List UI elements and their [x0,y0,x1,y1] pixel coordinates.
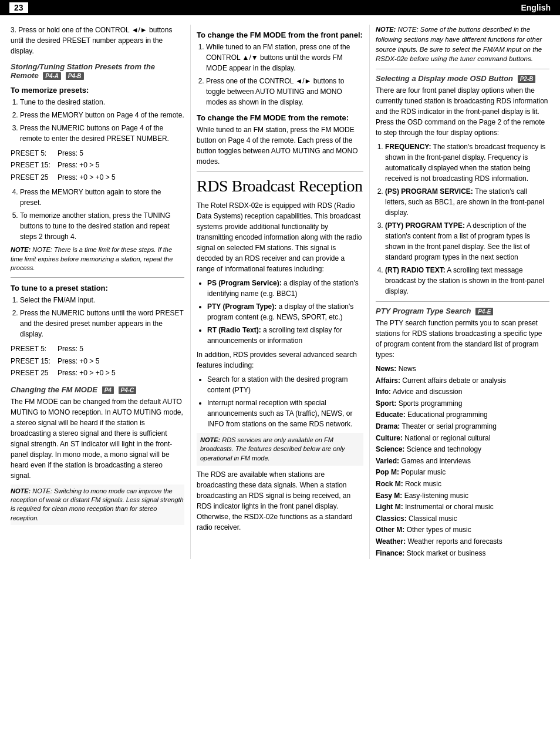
list-item: Interrupt normal reception with special … [207,398,363,429]
divider [376,69,549,69]
list-item: Press one of the CONTROL ◄/► buttons to … [206,76,363,107]
list-item: To memorize another station, press the T… [20,210,184,242]
list-item: Select the FM/AM input. [20,295,184,305]
list-item: PTY (Program Type): a display of the sta… [207,301,363,322]
display-body: There are four front panel display optio… [376,85,549,138]
list-item: Press the MEMORY button on Page 4 of the… [20,110,184,120]
badge-p4: P4 [102,386,114,394]
preset-row: PRESET 15: Press: +0 > 5 [11,159,184,171]
pty-item: Affairs: Current affairs debate or analy… [376,375,549,386]
list-item: FREQUENCY: The station's broadcast frequ… [385,142,549,184]
divider [376,301,549,302]
fm-front-steps: While tuned to an FM station, press one … [197,42,363,107]
rds-body1: The Rotel RSDX-02e is equipped with RDS … [197,200,363,274]
fm-mode-title: Changing the FM MODE P4 P4-C [11,385,184,394]
rds-search-list: Search for a station with the desired pr… [197,374,363,429]
preset-table-2: PRESET 5: Press: 5 PRESET 15: Press: +0 … [11,343,184,379]
list-item: (PS) PROGRAM SERVICE: The station's call… [385,186,549,218]
memorize-steps-list-cont: Press the MEMORY button again to store t… [11,187,184,242]
display-options-list: FREQUENCY: The station's broadcast frequ… [376,142,549,297]
page-number: 23 [9,2,28,13]
pty-item: Finance: Stock market or business [376,548,549,559]
list-item: Press the NUMERIC buttons on Page 4 of t… [20,123,184,144]
list-item: Press the NUMERIC buttons until the word… [20,308,184,339]
list-item: Search for a station with the desired pr… [207,374,363,395]
list-item: (PTY) PROGRAM TYPE: A description of the… [385,220,549,263]
memorize-steps-list: Tune to the desired station. Press the M… [11,97,184,144]
pty-item: Rock M: Rock music [376,479,549,490]
pty-body: The PTY search function permits you to s… [376,318,549,360]
fm-remote-body: While tuned to an FM station, press the … [197,124,363,167]
list-item: (RT) RADIO TEXT: A scrolling text messag… [385,265,549,297]
pty-item: Science: Science and technology [376,444,549,455]
badge-p2b: P2-B [518,75,536,83]
pty-item: Other M: Other types of music [376,524,549,536]
list-item: Tune to the desired station. [20,97,184,107]
list-item: While tuned to an FM station, press one … [206,42,363,73]
note1: note: NOTE: There is a time limit for th… [11,245,184,272]
list-item: PS (Program Service): a display of the s… [207,278,363,299]
badge-p4b: P4-B [66,72,84,80]
preset-table-1: PRESET 5: Press: 5 PRESET 15: Press: +0 … [11,147,184,183]
list-item: RT (Radio Text): a scrolling text displa… [207,325,363,346]
pty-title: PTY Program Type Search P4-E [376,307,549,315]
pty-item: Classics: Classical music [376,513,549,524]
column-1: 3. Press or hold one of the CONTROL ◄/► … [11,25,190,559]
badge-p4a: P4-A [43,72,61,80]
list-item: Press the MEMORY button again to store t… [20,187,184,208]
main-content: 3. Press or hold one of the CONTROL ◄/► … [0,15,560,568]
rds-title: RDS Broadcast Reception [197,177,363,196]
fm-mode-body: The FM MODE can be changed from the defa… [11,396,184,481]
fm-front-heading: To change the FM MODE from the front pan… [197,31,363,39]
preset-row: PRESET 25 Press: +0 > +0 > 5 [11,171,184,183]
tune-steps-list: Select the FM/AM input. Press the NUMERI… [11,295,184,339]
pty-item: Easy M: Easy-listening music [376,490,549,502]
rds-bullets-list: PS (Program Service): a display of the s… [197,278,363,346]
divider [11,277,184,278]
page-header: 23 English [0,0,560,15]
column-3: NOTE: NOTE: Some of the buttons describe… [370,25,549,559]
preset-row: PRESET 15: Press: +0 > 5 [11,355,184,367]
intro-item3: 3. Press or hold one of the CONTROL ◄/► … [11,25,184,56]
preset-row: PRESET 25 Press: +0 > +0 > 5 [11,367,184,379]
column-2: To change the FM MODE from the front pan… [190,25,370,559]
badge-p4e: P4-E [475,308,493,315]
rds-body2: In addition, RDS provides several advanc… [197,349,363,371]
pty-item: Pop M: Popular music [376,467,549,478]
section1-title: Storing/Tuning Station Presets from the … [11,62,184,80]
pty-item: Drama: Theater or serial programming [376,421,549,432]
display-title: Selecting a Display mode OSD Button P2-B [376,74,549,83]
divider [197,171,363,172]
memorize-heading: To memorize presets: [11,86,184,95]
pty-item: Sport: Sports programming [376,398,549,409]
preset-row: PRESET 5: Press: 5 [11,147,184,159]
pty-types-list: News: News Affairs: Current affairs deba… [376,364,549,558]
pty-item: Varied: Games and interviews [376,456,549,467]
fm-remote-heading: To change the FM MODE from the remote: [197,113,363,122]
rds-body3: The RDS are available when stations are … [197,469,363,533]
tune-heading: To tune to a preset station: [11,284,184,292]
pty-item: Light M: Instrumental or choral music [376,502,549,513]
pty-item: Culture: National or regional cultural [376,433,549,444]
language-label: English [521,3,551,12]
pty-item: Weather: Weather reports and forecasts [376,536,549,547]
pty-item: Educate: Educational programming [376,409,549,420]
preset-row: PRESET 5: Press: 5 [11,343,184,355]
note3: note: RDS services are only available on… [197,433,363,466]
pty-item: Info: Advice and discussion [376,386,549,398]
note2: note: NOTE: Switching to mono mode can i… [11,484,184,526]
badge-p4c: P4-C [119,386,137,394]
right-note: NOTE: NOTE: Some of the buttons describe… [376,25,549,64]
pty-item: News: News [376,364,549,375]
